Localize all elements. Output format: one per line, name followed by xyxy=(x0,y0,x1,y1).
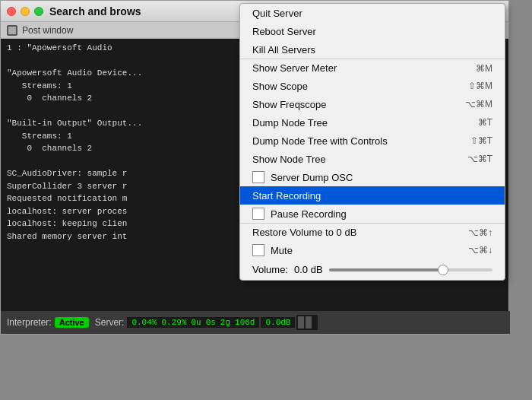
mute-label: Mute xyxy=(271,245,293,256)
menu-item-pause-recording[interactable]: Pause Recording xyxy=(240,205,505,223)
restore-volume-shortcut: ⌥⌘↑ xyxy=(468,227,492,238)
restore-volume-label: Restore Volume to 0 dB xyxy=(252,227,356,238)
synths-value: 106d xyxy=(235,318,255,327)
close-button[interactable] xyxy=(7,7,16,16)
show-scope-label: Show Scope xyxy=(252,81,308,92)
menu-item-start-recording[interactable]: Start Recording xyxy=(240,186,505,205)
db-value: 0.0dB xyxy=(261,317,295,328)
menu-item-restore-volume[interactable]: Restore Volume to 0 dB ⌥⌘↑ xyxy=(240,223,505,241)
menu-item-show-node-tree[interactable]: Show Node Tree ⌥⌘T xyxy=(240,150,505,168)
volume-slider-fill xyxy=(329,268,444,271)
server-label: Server: xyxy=(95,317,125,328)
volume-slider-thumb[interactable] xyxy=(438,265,448,275)
server-dump-osc-checkbox[interactable] xyxy=(252,171,264,183)
window-title: Search and brows xyxy=(49,5,141,17)
maximize-button[interactable] xyxy=(34,7,43,16)
menu-item-mute[interactable]: Mute ⌥⌘↓ xyxy=(240,241,505,259)
meter-bar-left xyxy=(298,316,304,329)
menu-item-kill-all[interactable]: Kill All Servers xyxy=(240,40,505,59)
show-freqscope-label: Show Freqscope xyxy=(252,99,327,110)
menu-item-show-server-meter[interactable]: Show Server Meter ⌘M xyxy=(240,59,505,77)
mute-shortcut: ⌥⌘↓ xyxy=(468,245,492,256)
level-meters xyxy=(296,315,318,330)
menu-item-server-dump-osc[interactable]: Server Dump OSC xyxy=(240,168,505,186)
start-recording-label: Start Recording xyxy=(252,190,321,202)
cpu2-value: 0.29% xyxy=(161,318,186,327)
cpu1-value: 0.04% xyxy=(131,318,157,327)
time-value: 0s xyxy=(206,318,216,327)
context-menu: Quit Server Reboot Server Kill All Serve… xyxy=(239,3,505,281)
mute-checkbox[interactable] xyxy=(252,244,264,256)
menu-item-reboot-server[interactable]: Reboot Server xyxy=(240,22,505,40)
dump-node-tree-shortcut: ⌘T xyxy=(478,117,492,128)
show-freqscope-shortcut: ⌥⌘M xyxy=(465,99,492,110)
mem-value: 2g xyxy=(220,318,230,327)
quit-server-label: Quit Server xyxy=(252,8,302,19)
menu-item-show-freqscope[interactable]: Show Freqscope ⌥⌘M xyxy=(240,95,505,113)
post-window-icon xyxy=(7,25,17,36)
pause-recording-checkbox[interactable] xyxy=(252,208,264,220)
dump-node-tree-controls-label: Dump Node Tree with Controls xyxy=(252,135,388,147)
svg-rect-0 xyxy=(8,27,16,34)
show-node-tree-shortcut: ⌥⌘T xyxy=(467,154,492,164)
dump-node-tree-label: Dump Node Tree xyxy=(252,117,328,129)
menu-item-quit-server[interactable]: Quit Server xyxy=(240,4,505,22)
kill-all-label: Kill All Servers xyxy=(252,44,315,56)
minimize-button[interactable] xyxy=(21,7,30,16)
show-scope-shortcut: ⇧⌘M xyxy=(468,81,492,91)
reboot-server-label: Reboot Server xyxy=(252,26,316,37)
meter-bar-right xyxy=(306,316,312,329)
menu-item-dump-node-tree-controls[interactable]: Dump Node Tree with Controls ⇧⌘T xyxy=(240,132,505,150)
show-node-tree-label: Show Node Tree xyxy=(252,154,326,165)
pause-recording-label: Pause Recording xyxy=(271,208,347,220)
status-bar: Interpreter: Active Server: 0.04% 0.29% … xyxy=(1,311,510,334)
voices-value: 0u xyxy=(191,318,201,327)
server-dump-osc-label: Server Dump OSC xyxy=(271,172,353,183)
show-server-meter-label: Show Server Meter xyxy=(252,62,337,74)
volume-label: Volume: xyxy=(252,264,288,275)
interpreter-label: Interpreter: xyxy=(7,317,52,328)
window-controls xyxy=(7,7,43,16)
volume-row: Volume: 0.0 dB xyxy=(240,259,505,280)
volume-slider[interactable] xyxy=(329,268,492,271)
post-window-label: Post window xyxy=(22,25,73,36)
volume-value: 0.0 dB xyxy=(294,264,323,275)
menu-item-show-scope[interactable]: Show Scope ⇧⌘M xyxy=(240,77,505,95)
server-data: 0.04% 0.29% 0u 0s 2g 106d xyxy=(127,317,259,328)
show-server-meter-shortcut: ⌘M xyxy=(476,63,492,74)
active-badge: Active xyxy=(55,317,89,328)
menu-item-dump-node-tree[interactable]: Dump Node Tree ⌘T xyxy=(240,113,505,132)
dump-node-tree-controls-shortcut: ⇧⌘T xyxy=(470,135,492,146)
